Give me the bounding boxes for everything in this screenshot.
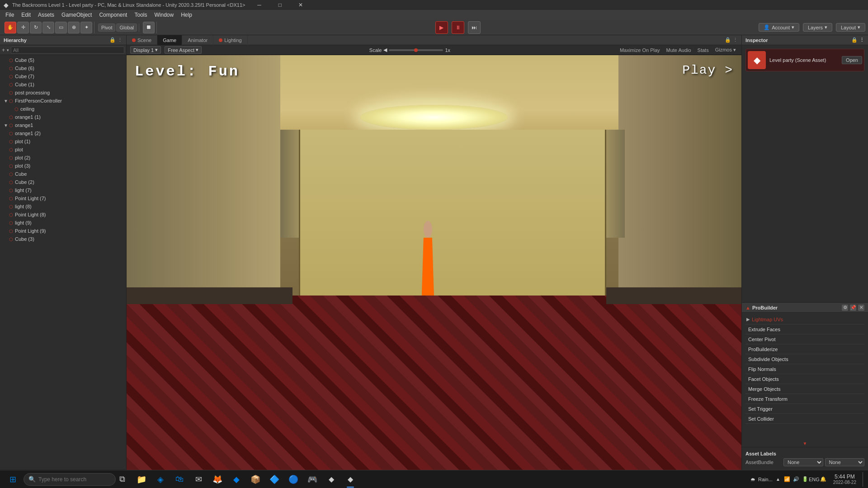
gizmos-btn[interactable]: Gizmos ▾	[713, 47, 738, 53]
pivot-button[interactable]: Pivot	[98, 23, 115, 32]
tab-game[interactable]: Game	[157, 35, 182, 45]
scale-slider[interactable]	[389, 49, 443, 51]
app-edge[interactable]: ◈	[151, 470, 170, 488]
hierarchy-item-plot[interactable]: ⬡ plot	[0, 145, 126, 154]
menu-help[interactable]: Help	[177, 11, 196, 19]
hierarchy-item-plot3[interactable]: ⬡ plot (3)	[0, 162, 126, 170]
open-scene-button[interactable]: Open	[842, 56, 862, 64]
menu-edit[interactable]: Edit	[18, 11, 34, 19]
pb-close-icon[interactable]: ✕	[858, 305, 864, 311]
hierarchy-item-cube1[interactable]: ⬡ Cube (1)	[0, 80, 126, 89]
tab-lighting[interactable]: Lighting	[213, 35, 248, 45]
inspector-lock-icon[interactable]: 🔒	[851, 37, 858, 43]
snap-button[interactable]: 🔲	[143, 22, 155, 33]
hierarchy-item-plot1[interactable]: ⬡ plot (1)	[0, 137, 126, 145]
clock[interactable]: 5:44 PM 2022-08-22	[830, 473, 860, 486]
app-dropbox[interactable]: ◆	[227, 470, 245, 488]
hierarchy-lock-icon[interactable]: 🔒	[109, 37, 116, 43]
app-chrome[interactable]: 🔵	[284, 470, 302, 488]
menu-assets[interactable]: Assets	[34, 11, 58, 19]
hierarchy-item-postprocessing[interactable]: ⬡ post processing	[0, 89, 126, 97]
hierarchy-item-orange1-2[interactable]: ⬡ orange1 (2)	[0, 129, 126, 137]
global-button[interactable]: Global	[116, 23, 137, 32]
taskbar-search-input[interactable]	[38, 476, 111, 483]
tab-animator[interactable]: Animator	[182, 35, 213, 45]
transform-tool[interactable]: ⊕	[68, 22, 80, 33]
hierarchy-item-cube6[interactable]: ⬡ Cube (6)	[0, 64, 126, 72]
pb-settings-icon[interactable]: ⚙	[842, 305, 848, 311]
scale-tool[interactable]: ⤡	[42, 22, 54, 33]
hierarchy-dropdown-icon[interactable]: ▾	[7, 48, 9, 52]
app-amazon[interactable]: 📦	[246, 470, 264, 488]
hierarchy-item-cube7[interactable]: ⬡ Cube (7)	[0, 72, 126, 80]
network-icon[interactable]: 📶	[783, 476, 791, 483]
hierarchy-add-icon[interactable]: +	[2, 47, 5, 53]
pb-section-extrude[interactable]: Extrude Faces	[745, 324, 864, 334]
app-app1[interactable]: 🔷	[265, 470, 283, 488]
maximize-button[interactable]: □	[269, 0, 290, 10]
task-view-button[interactable]: ⧉	[118, 474, 127, 484]
hierarchy-item-pointlight8[interactable]: ⬡ Point Light (8)	[0, 211, 126, 219]
menu-gameobject[interactable]: GameObject	[58, 11, 95, 19]
step-button[interactable]: ⏭	[468, 21, 481, 34]
tray-up-icon[interactable]: ▲	[774, 476, 782, 483]
rain-tray-icon[interactable]: 🌧	[749, 476, 756, 483]
pb-section-merge[interactable]: Merge Objects	[745, 384, 864, 394]
hierarchy-more-icon[interactable]: ⋮	[118, 37, 123, 43]
hierarchy-item-fpc[interactable]: ▼ ⬡ FirstPersonController	[0, 97, 126, 105]
asset-bundle-select[interactable]: None	[783, 458, 823, 466]
game-ui-play-button[interactable]: Play >	[682, 63, 733, 77]
start-button[interactable]: ⊞	[4, 472, 22, 487]
display-dropdown[interactable]: Display 1 ▾	[130, 46, 161, 54]
pause-button[interactable]: ⏸	[452, 21, 464, 34]
hierarchy-item-orange1[interactable]: ▼ ⬡ orange1	[0, 121, 126, 129]
hierarchy-item-light9[interactable]: ⬡ light (9)	[0, 219, 126, 227]
hierarchy-item-pointlight7[interactable]: ⬡ Point Light (7)	[0, 194, 126, 202]
hierarchy-item-plot2[interactable]: ⬡ plot (2)	[0, 154, 126, 162]
view-more-icon[interactable]: ⋮	[733, 37, 738, 43]
tab-scene[interactable]: Scene	[127, 35, 157, 45]
hierarchy-item-orange1-1[interactable]: ⬡ orange1 (1)	[0, 113, 126, 121]
rotate-tool[interactable]: ↻	[30, 22, 42, 33]
pb-section-probuilderize[interactable]: ProBuilderize	[745, 344, 864, 354]
asset-variant-select[interactable]: None	[825, 458, 865, 466]
show-desktop-button[interactable]	[863, 472, 864, 487]
notification-icon[interactable]: 🔔	[820, 476, 827, 483]
account-button[interactable]: 👤 Account ▾	[759, 23, 799, 32]
volume-icon[interactable]: 🔊	[793, 476, 800, 483]
app-unity1[interactable]: ◆	[322, 470, 340, 488]
pb-section-subdivide[interactable]: Subdivide Objects	[745, 354, 864, 364]
minimize-button[interactable]: ─	[249, 0, 269, 10]
custom-tool[interactable]: ✦	[80, 22, 92, 33]
hierarchy-item-cube5[interactable]: ⬡ Cube (5)	[0, 56, 126, 64]
pb-section-settrigger[interactable]: Set Trigger	[745, 404, 864, 414]
layout-button[interactable]: Layout ▾	[836, 23, 865, 32]
hand-tool[interactable]: ✋	[5, 22, 16, 33]
stats-btn[interactable]: Stats	[696, 47, 711, 53]
menu-tools[interactable]: Tools	[131, 11, 151, 19]
menu-file[interactable]: File	[2, 11, 18, 19]
move-tool[interactable]: ✛	[17, 22, 29, 33]
mute-audio-btn[interactable]: Mute Audio	[665, 47, 693, 53]
app-store[interactable]: 🛍	[170, 470, 189, 488]
aspect-dropdown[interactable]: Free Aspect ▾	[165, 46, 202, 54]
app-file-explorer[interactable]: 📁	[132, 470, 151, 488]
app-firefox[interactable]: 🦊	[208, 470, 226, 488]
pb-pin-icon[interactable]: 📌	[850, 305, 856, 311]
hierarchy-item-ceiling[interactable]: ⬡ ceiling	[0, 105, 126, 113]
layers-button[interactable]: Layers ▾	[803, 23, 832, 32]
inspector-more-icon[interactable]: ⋮	[859, 37, 864, 43]
rect-tool[interactable]: ▭	[55, 22, 67, 33]
hierarchy-item-light8[interactable]: ⬡ light (8)	[0, 202, 126, 211]
app-unity-editor[interactable]: ◆	[341, 470, 359, 488]
app-mail[interactable]: ✉	[189, 470, 208, 488]
hierarchy-item-pointlight9[interactable]: ⬡ Point Light (9)	[0, 227, 126, 235]
pb-section-lightmap[interactable]: ▶ Lightmap UVs	[745, 314, 864, 324]
app-steam[interactable]: 🎮	[303, 470, 321, 488]
menu-window[interactable]: Window	[151, 11, 177, 19]
hierarchy-item-cube[interactable]: ⬡ Cube	[0, 170, 126, 178]
pb-section-flipnormals[interactable]: Flip Normals	[745, 364, 864, 374]
maximize-on-play-btn[interactable]: Maximize On Play	[618, 47, 662, 53]
pb-section-freezetransform[interactable]: Freeze Transform	[745, 394, 864, 404]
hierarchy-item-cube2[interactable]: ⬡ Cube (2)	[0, 178, 126, 186]
